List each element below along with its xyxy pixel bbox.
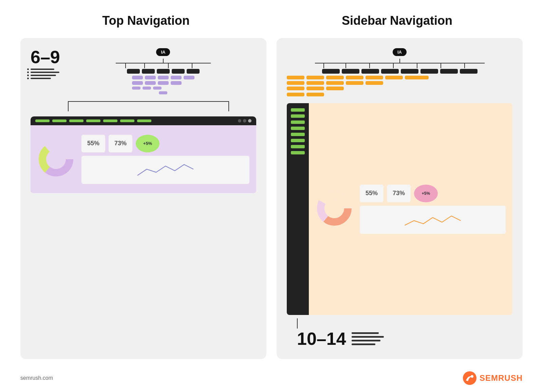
sidebar-nav-item bbox=[291, 114, 305, 118]
sidebar-stats-area: 55% 73% +5% bbox=[360, 185, 506, 234]
sidebar-orange-node bbox=[346, 81, 363, 85]
top-nav-count: 6–9 bbox=[31, 48, 60, 66]
sidebar-tree-black-node bbox=[420, 69, 438, 74]
svg-point-9 bbox=[471, 375, 473, 378]
browser-nav-items bbox=[35, 119, 151, 122]
sidebar-orange-node bbox=[306, 76, 324, 79]
top-nav-title: Top Navigation bbox=[20, 14, 272, 28]
top-nav-donut-chart bbox=[37, 141, 75, 178]
sidebar-nav-item bbox=[291, 127, 305, 130]
sidebar-nav-item bbox=[291, 108, 305, 112]
tree-purple-node bbox=[132, 81, 143, 85]
top-nav-list-lines bbox=[31, 69, 60, 79]
semrush-brand-text: SEMRUSH bbox=[480, 373, 523, 383]
tree-purple-node bbox=[158, 81, 169, 85]
browser-nav-item bbox=[120, 119, 134, 122]
list-line-1 bbox=[31, 69, 60, 70]
sidebar-line-chart bbox=[360, 206, 506, 234]
bottom-list-line-1 bbox=[352, 332, 379, 334]
browser-body: 55% 73% +5% bbox=[31, 125, 256, 193]
sidebar-panel bbox=[287, 103, 309, 315]
tree-black-node bbox=[187, 69, 200, 74]
list-dot-4 bbox=[27, 78, 29, 79]
tree-purple-node bbox=[171, 76, 182, 79]
sidebar-orange-node bbox=[287, 76, 304, 79]
sidebar-tree-black-node bbox=[460, 69, 478, 74]
sidebar-stat1: 55% bbox=[360, 185, 383, 202]
browser-dot-active bbox=[248, 119, 251, 123]
tree-purple-node bbox=[145, 81, 156, 85]
svg-point-8 bbox=[463, 371, 476, 385]
list-line-3 bbox=[31, 75, 60, 76]
sidebar-orange-node bbox=[306, 87, 324, 90]
tree-purple-node bbox=[132, 76, 143, 79]
browser-mockup: 55% 73% +5% bbox=[31, 111, 256, 193]
sidebar-tree-black-node bbox=[342, 69, 359, 74]
sidebar-tree-black-node bbox=[440, 69, 458, 74]
sidebar-tree-v-line bbox=[399, 59, 400, 63]
tree-black-node bbox=[127, 69, 140, 74]
svg-point-7 bbox=[329, 203, 340, 214]
bottom-list-line-4 bbox=[352, 343, 375, 345]
sidebar-main-content: 55% 73% +5% bbox=[309, 103, 512, 315]
sidebar-nav-item bbox=[291, 139, 305, 142]
browser-dot bbox=[243, 119, 246, 123]
sidebar-orange-node bbox=[366, 81, 383, 85]
purple-sub-rows bbox=[132, 76, 194, 94]
sidebar-bottom-list-lines bbox=[352, 332, 384, 345]
top-nav-stat3: +5% bbox=[136, 135, 160, 152]
tree-purple-sm-node bbox=[159, 91, 167, 94]
browser-dot bbox=[238, 119, 241, 123]
sidebar-nav-title: Sidebar Navigation bbox=[272, 14, 523, 28]
browser-nav-item bbox=[137, 119, 151, 122]
sidebar-orange-node bbox=[326, 76, 344, 79]
sidebar-orange-node bbox=[287, 93, 304, 96]
sidebar-nav-item bbox=[291, 133, 305, 136]
tree-purple-node bbox=[184, 76, 194, 79]
semrush-icon bbox=[463, 371, 477, 385]
sidebar-stat2: 73% bbox=[387, 185, 411, 202]
top-nav-stats-row: 55% 73% +5% bbox=[81, 135, 249, 152]
sidebar-tree-black-node bbox=[381, 69, 399, 74]
list-line-2 bbox=[31, 72, 60, 73]
sidebar-nav-item bbox=[291, 151, 305, 154]
sidebar-nav-item bbox=[291, 145, 305, 148]
sidebar-tree-black-node bbox=[322, 69, 340, 74]
list-dot-3 bbox=[27, 75, 29, 76]
sidebar-orange-node bbox=[306, 81, 324, 85]
list-dot-2 bbox=[27, 72, 29, 73]
sidebar-donut-chart bbox=[316, 190, 353, 228]
tree-purple-node bbox=[171, 81, 182, 85]
top-nav-ia-tree: IA bbox=[70, 48, 256, 94]
sidebar-orange-node bbox=[326, 87, 344, 90]
top-nav-count-area: 6–9 bbox=[31, 48, 60, 79]
sidebar-nav-card: IA bbox=[277, 38, 523, 359]
sidebar-count-text: 10–14 bbox=[297, 329, 346, 349]
browser-nav-item bbox=[86, 119, 100, 122]
sidebar-nav-item bbox=[291, 120, 305, 124]
top-nav-card: 6–9 bbox=[20, 38, 266, 359]
footer: semrush.com SEMRUSH bbox=[0, 366, 543, 392]
sidebar-tree-black-node bbox=[361, 69, 379, 74]
tree-black-node bbox=[157, 69, 170, 74]
tree-v-line-1 bbox=[163, 59, 164, 63]
sidebar-stats-row: 55% 73% +5% bbox=[360, 185, 506, 202]
browser-dots bbox=[238, 119, 251, 123]
browser-nav-item bbox=[103, 119, 117, 122]
sidebar-orange-node bbox=[385, 76, 403, 79]
sidebar-orange-node bbox=[405, 76, 429, 79]
sidebar-browser: 55% 73% +5% bbox=[287, 103, 512, 315]
sidebar-orange-node bbox=[306, 93, 324, 96]
bottom-list-line-3 bbox=[352, 340, 380, 341]
sidebar-v-connector bbox=[297, 318, 298, 329]
sidebar-orange-node bbox=[287, 81, 304, 85]
tree-purple-sm-node bbox=[143, 87, 151, 90]
browser-nav-item bbox=[52, 119, 67, 122]
sidebar-orange-node bbox=[366, 76, 383, 79]
sidebar-nav-ia-tree: IA bbox=[287, 48, 512, 96]
bottom-list-line-2 bbox=[352, 336, 384, 338]
top-nav-stat2: 73% bbox=[109, 135, 132, 152]
sidebar-tree-black-node bbox=[401, 69, 418, 74]
sidebar-nav-ia-badge: IA bbox=[393, 48, 407, 56]
sidebar-connector: 10–14 bbox=[287, 318, 512, 349]
